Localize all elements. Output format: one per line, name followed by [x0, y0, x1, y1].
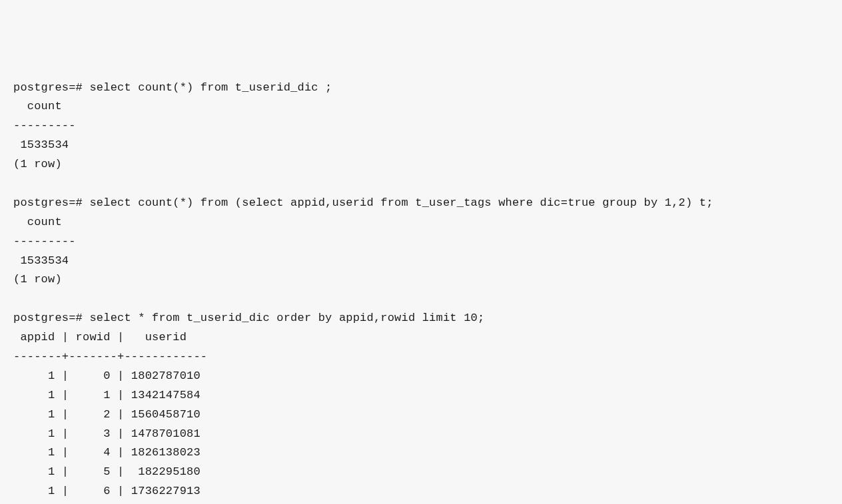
table-row: 1 | 1 | 1342147584	[13, 389, 201, 401]
query-1-footer: (1 row)	[13, 158, 62, 170]
query-2-header: count	[13, 216, 76, 228]
table-row: 1 | 5 | 182295180	[13, 465, 201, 478]
table-row: 1 | 0 | 1802787010	[13, 370, 201, 382]
prompt-1: postgres=#	[13, 81, 83, 94]
prompt-2: postgres=#	[13, 196, 83, 209]
query-2-sql: select count(*) from (select appid,useri…	[89, 196, 713, 209]
table-row: 1 | 4 | 1826138023	[13, 446, 201, 459]
table-row: 1 | 6 | 1736227913	[13, 485, 201, 497]
query-1-header: count	[13, 100, 76, 113]
terminal-output: postgres=# select count(*) from t_userid…	[13, 79, 829, 504]
table-row: 1 | 2 | 1560458710	[13, 408, 201, 421]
query-2-result: 1533534	[13, 254, 69, 267]
query-3-header: appid | rowid | userid	[13, 331, 207, 344]
query-1-separator: ---------	[13, 119, 76, 132]
query-3-sql: select * from t_userid_dic order by appi…	[89, 312, 484, 324]
query-2-footer: (1 row)	[13, 273, 62, 286]
query-3-separator: -------+-------+------------	[13, 350, 207, 363]
prompt-3: postgres=#	[13, 312, 83, 324]
query-1-sql: select count(*) from t_userid_dic ;	[89, 81, 332, 94]
query-2-separator: ---------	[13, 235, 76, 248]
query-1-result: 1533534	[13, 138, 69, 151]
table-row: 1 | 3 | 1478701081	[13, 427, 201, 440]
